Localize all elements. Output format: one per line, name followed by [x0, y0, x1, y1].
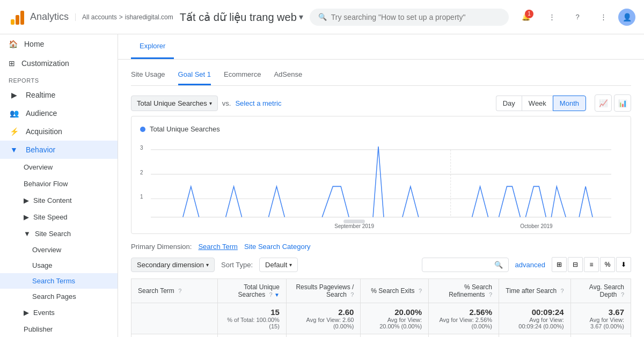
table-search-icon: 🔍 [494, 261, 503, 269]
search-bar[interactable]: 🔍 [310, 9, 509, 26]
property-dropdown-icon: ▾ [299, 12, 303, 22]
help-icon: ? [575, 13, 579, 21]
col-help-pct-exits[interactable]: ? [419, 288, 422, 294]
totals-unique: 15 % of Total: 100.00% (15) [218, 303, 287, 334]
col-header-results-pv: Results Pageviews / Search ? [286, 279, 361, 303]
totals-time-after: 00:09:24 Avg for View: 00:09:24 (0.00%) [499, 303, 571, 334]
select-metric-link[interactable]: Select a metric [235, 99, 281, 107]
reports-section-header: REPORTS [0, 73, 118, 86]
sidebar-subitem-search-overview[interactable]: Overview [0, 242, 118, 258]
help-button[interactable]: ? [567, 6, 588, 28]
svg-text:October 2019: October 2019 [520, 222, 552, 229]
tab-goal-set-1[interactable]: Goal Set 1 [178, 68, 211, 85]
more-button[interactable]: ⋮ [592, 6, 614, 28]
col-help-avg-depth[interactable]: ? [621, 291, 624, 298]
sort-type-dropdown[interactable]: Default ▾ [259, 258, 298, 272]
sidebar-item-realtime[interactable]: ▶ Realtime [0, 86, 118, 104]
tab-ecommerce[interactable]: Ecommerce [224, 68, 261, 85]
sidebar-expandable-site-search[interactable]: ▼ Site Search [0, 225, 118, 242]
chart-view-buttons: 📈 📊 [595, 94, 631, 112]
col-help-total-unique[interactable]: ? [269, 291, 273, 298]
site-search-category-link[interactable]: Site Search Category [244, 243, 311, 251]
search-term-dim-link[interactable]: Search Term [198, 243, 237, 251]
table-row: 1. số điện thoại 2 (13.33%) 1.00 0.00% 0… [131, 334, 631, 338]
explorer-tab[interactable]: Explorer [131, 34, 174, 59]
sidebar-expandable-site-speed[interactable]: ▶ Site Speed [0, 209, 118, 225]
events-expand-icon: ▶ [24, 309, 29, 317]
table-second-row: Secondary dimension ▾ Sort Type: Default… [131, 257, 631, 272]
apps-button[interactable]: ⋮ [541, 6, 562, 28]
table-search-input[interactable] [428, 261, 492, 269]
col-help-pct-refinements[interactable]: ? [489, 291, 492, 298]
sidebar-item-audience[interactable]: 👥 Audience [0, 104, 118, 122]
table-search-box[interactable]: 🔍 [422, 258, 509, 272]
notification-badge: 1 [525, 10, 533, 18]
sort-type-label: Sort Type: [221, 261, 253, 269]
line-chart-button[interactable]: 📈 [595, 94, 612, 112]
table-compare-button[interactable]: ≡ [584, 257, 599, 272]
sidebar-item-customization[interactable]: ⊞ Customization [0, 54, 118, 73]
acquisition-icon: ⚡ [9, 127, 19, 136]
sidebar-subitem-search-terms[interactable]: Search Terms [0, 273, 118, 289]
table-percent-button[interactable]: % [600, 257, 615, 272]
customization-label: Customization [21, 59, 69, 68]
sidebar-expandable-site-content[interactable]: ▶ Site Content [0, 192, 118, 209]
home-label: Home [24, 40, 44, 48]
property-name: Tất cả dữ liệu trang web [180, 11, 297, 24]
site-content-expand-icon: ▶ [24, 196, 29, 204]
table-grid-button[interactable]: ⊞ [552, 257, 567, 272]
sidebar-subitem-search-usage[interactable]: Usage [0, 258, 118, 273]
avatar-icon: 👤 [623, 13, 632, 21]
tab-adsense[interactable]: AdSense [274, 68, 302, 85]
table-pivot-button[interactable]: ⊟ [568, 257, 583, 272]
totals-avg-depth: 3.67 Avg for View: 3.67 (0.00%) [570, 303, 631, 334]
metric-dropdown[interactable]: Total Unique Searches ▾ [131, 96, 218, 111]
sidebar-item-acquisition[interactable]: ⚡ Acquisition [0, 122, 118, 141]
breadcrumb-arrow: > [119, 13, 123, 21]
home-icon: 🏠 [9, 40, 18, 48]
col-help-search-term[interactable]: ? [178, 288, 181, 294]
col-header-pct-exits: % Search Exits ? [361, 279, 429, 303]
col-help-results-pv[interactable]: ? [350, 291, 354, 298]
sidebar-expandable-events[interactable]: ▶ Events [0, 304, 118, 321]
vs-label: vs. [222, 99, 231, 107]
totals-results-pv: 2.60 Avg for View: 2.60 (0.00%) [286, 303, 361, 334]
search-input[interactable] [331, 13, 500, 21]
table-download-button[interactable]: ⬇ [616, 257, 631, 272]
totals-label [131, 303, 218, 334]
main-content: Explorer Site Usage Goal Set 1 Ecommerce [118, 34, 644, 337]
totals-pct-refinements: 2.56% Avg for View: 2.56% (0.00%) [429, 303, 499, 334]
main-inner: Explorer Site Usage Goal Set 1 Ecommerce [118, 34, 644, 337]
sidebar-item-behavior[interactable]: ▼ Behavior [0, 141, 118, 159]
header-icons: 🔔 1 ⋮ ? ⋮ 👤 [515, 6, 635, 28]
sidebar-item-home[interactable]: 🏠 Home [0, 34, 118, 54]
day-button[interactable]: Day [496, 96, 522, 111]
breadcrumb: All accounts > isharedigital.com [75, 13, 173, 21]
apps-icon: ⋮ [548, 13, 555, 21]
logo: Analytics [9, 9, 69, 26]
notification-button[interactable]: 🔔 1 [515, 6, 537, 28]
svg-text:2: 2 [140, 169, 143, 175]
month-button[interactable]: Month [553, 96, 586, 111]
all-accounts-link[interactable]: All accounts [82, 13, 117, 21]
week-button[interactable]: Week [522, 96, 553, 111]
audience-icon: 👥 [9, 109, 19, 118]
secondary-dimension-dropdown[interactable]: Secondary dimension ▾ [131, 258, 215, 272]
totals-pct-exits: 20.00% Avg for View: 20.00% (0.00%) [361, 303, 429, 334]
realtime-icon: ▶ [9, 91, 19, 99]
sidebar-subitem-behavior-flow[interactable]: Behavior Flow [0, 175, 118, 192]
sidebar-subitem-overview[interactable]: Overview [0, 159, 118, 175]
col-header-time-after: Time after Search ? [499, 279, 571, 303]
property-selector[interactable]: Tất cả dữ liệu trang web ▾ [180, 11, 303, 24]
bar-chart-button[interactable]: 📊 [614, 94, 631, 112]
tab-site-usage[interactable]: Site Usage [131, 68, 165, 85]
legend-label: Total Unique Searches [150, 125, 220, 133]
col-help-time-after[interactable]: ? [561, 288, 564, 294]
chart-svg: 3 2 1 [140, 137, 622, 223]
sidebar-subitem-search-pages[interactable]: Search Pages [0, 289, 118, 304]
table-controls: Primary Dimension: Search Term Site Sear… [131, 243, 631, 272]
avatar[interactable]: 👤 [618, 9, 635, 26]
app-name: Analytics [30, 11, 69, 23]
advanced-link[interactable]: advanced [515, 261, 545, 269]
sidebar-subitem-publisher[interactable]: Publisher [0, 321, 118, 337]
